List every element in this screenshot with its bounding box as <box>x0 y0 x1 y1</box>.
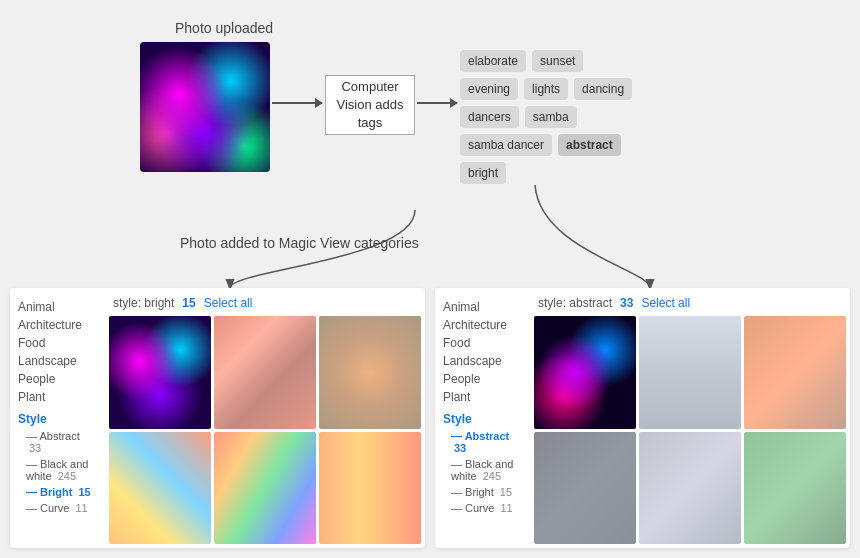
nav-animal-left[interactable]: Animal <box>18 298 97 316</box>
photo-added-label: Photo added to Magic View categories <box>180 235 419 251</box>
tag-samba-dancer: samba dancer <box>460 134 552 156</box>
cv-box: Computer Vision adds tags <box>325 75 415 135</box>
nav-people-left[interactable]: People <box>18 370 97 388</box>
nav-animal-right[interactable]: Animal <box>443 298 522 316</box>
diagram-area: Photo uploaded Computer Vision adds tags… <box>120 20 840 260</box>
nav-abstract-right[interactable]: — Abstract 33 <box>443 428 522 456</box>
nav-food-right[interactable]: Food <box>443 334 522 352</box>
tag-evening: evening <box>460 78 518 100</box>
grid-photo-6[interactable] <box>319 432 421 545</box>
left-panel-content: style: bright 15 Select all <box>105 288 425 548</box>
left-style-label: style: bright <box>113 296 174 310</box>
right-panel-content: style: abstract 33 Select all <box>530 288 850 548</box>
tag-abstract: abstract <box>558 134 621 156</box>
photo-uploaded-label: Photo uploaded <box>175 20 273 36</box>
tag-row-5: bright <box>460 162 680 184</box>
nav-landscape-left[interactable]: Landscape <box>18 352 97 370</box>
nav-plant-left[interactable]: Plant <box>18 388 97 406</box>
right-panel-sidebar: Animal Architecture Food Landscape Peopl… <box>435 288 530 548</box>
cv-label: Computer Vision adds tags <box>326 78 414 133</box>
tag-sunset: sunset <box>532 50 583 72</box>
tag-row-4: samba dancer abstract <box>460 134 680 156</box>
tag-bright: bright <box>460 162 506 184</box>
grid-photo-2[interactable] <box>214 316 316 429</box>
grid-photo-r5[interactable] <box>639 432 741 545</box>
grid-photo-r6[interactable] <box>744 432 846 545</box>
nav-bw-left[interactable]: — Black andwhite 245 <box>18 456 97 484</box>
left-panel-header: style: bright 15 Select all <box>105 288 425 316</box>
grid-photo-r4[interactable] <box>534 432 636 545</box>
grid-photo-3[interactable] <box>319 316 421 429</box>
left-photo-grid <box>105 316 425 548</box>
nav-style-right[interactable]: Style <box>443 410 522 428</box>
tags-area: elaborate sunset evening lights dancing … <box>460 50 680 190</box>
nav-style-left[interactable]: Style <box>18 410 97 428</box>
tag-dancing: dancing <box>574 78 632 100</box>
grid-photo-4[interactable] <box>109 432 211 545</box>
left-panel: Animal Architecture Food Landscape Peopl… <box>10 288 425 548</box>
left-panel-sidebar: Animal Architecture Food Landscape Peopl… <box>10 288 105 548</box>
nav-food-left[interactable]: Food <box>18 334 97 352</box>
tag-row-1: elaborate sunset <box>460 50 680 72</box>
arrow-to-cv <box>272 102 322 104</box>
grid-photo-r3[interactable] <box>744 316 846 429</box>
right-photo-grid <box>530 316 850 548</box>
left-select-all[interactable]: Select all <box>204 296 253 310</box>
nav-architecture-left[interactable]: Architecture <box>18 316 97 334</box>
uploaded-photo <box>140 42 270 172</box>
grid-photo-5[interactable] <box>214 432 316 545</box>
tag-row-3: dancers samba <box>460 106 680 128</box>
tag-row-2: evening lights dancing <box>460 78 680 100</box>
arrow-to-tags <box>417 102 457 104</box>
nav-curve-right[interactable]: — Curve 11 <box>443 500 522 516</box>
photo-preview <box>140 42 270 172</box>
right-count-badge: 33 <box>620 296 633 310</box>
nav-bw-right[interactable]: — Black andwhite 245 <box>443 456 522 484</box>
left-count-badge: 15 <box>182 296 195 310</box>
nav-bright-left[interactable]: — Bright 15 <box>18 484 97 500</box>
nav-curve-left[interactable]: — Curve 11 <box>18 500 97 516</box>
nav-plant-right[interactable]: Plant <box>443 388 522 406</box>
nav-architecture-right[interactable]: Architecture <box>443 316 522 334</box>
tag-elaborate: elaborate <box>460 50 526 72</box>
nav-landscape-right[interactable]: Landscape <box>443 352 522 370</box>
right-style-label: style: abstract <box>538 296 612 310</box>
tag-lights: lights <box>524 78 568 100</box>
nav-people-right[interactable]: People <box>443 370 522 388</box>
right-panel-header: style: abstract 33 Select all <box>530 288 850 316</box>
tag-samba: samba <box>525 106 577 128</box>
grid-photo-1[interactable] <box>109 316 211 429</box>
right-panel: Animal Architecture Food Landscape Peopl… <box>435 288 850 548</box>
tag-dancers: dancers <box>460 106 519 128</box>
nav-abstract-left[interactable]: — Abstract 33 <box>18 428 97 456</box>
panels-area: Animal Architecture Food Landscape Peopl… <box>0 288 860 558</box>
grid-photo-r1[interactable] <box>534 316 636 429</box>
right-select-all[interactable]: Select all <box>641 296 690 310</box>
grid-photo-r2[interactable] <box>639 316 741 429</box>
nav-bright-right[interactable]: — Bright 15 <box>443 484 522 500</box>
